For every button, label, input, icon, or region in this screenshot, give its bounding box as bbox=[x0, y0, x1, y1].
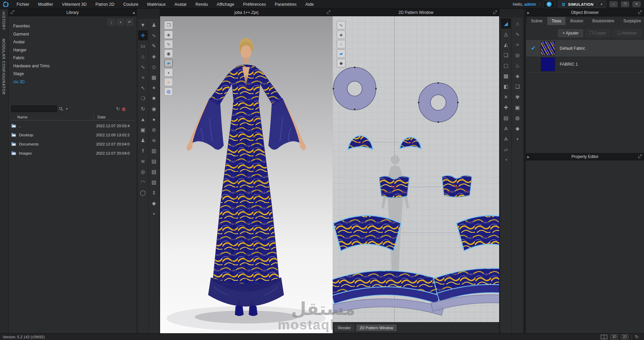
show-avatar-icon[interactable]: ◉ bbox=[164, 49, 173, 58]
avatar-walk-icon[interactable]: ♟ bbox=[150, 20, 159, 30]
pattern-up-icon[interactable]: ⇑ bbox=[138, 146, 148, 156]
library-item-hanger[interactable]: Hanger bbox=[13, 46, 110, 54]
texture-roll-icon[interactable]: ▦ bbox=[150, 72, 159, 82]
menu-pr-f-rences[interactable]: Préférences bbox=[239, 0, 270, 9]
refresh-icon[interactable]: ↻ bbox=[635, 334, 639, 339]
popout-icon[interactable] bbox=[327, 10, 331, 14]
view-2d-button[interactable]: 2D bbox=[621, 334, 628, 339]
minimize-button[interactable]: — bbox=[609, 1, 618, 7]
canvas-2d[interactable]: ∿◈i▰◆ bbox=[333, 16, 499, 322]
measure-2d-icon[interactable]: ◆ bbox=[513, 123, 522, 133]
free-sewing-icon[interactable]: ≈ bbox=[138, 72, 148, 82]
avatar-display-icon[interactable]: ● bbox=[164, 78, 173, 86]
popout-icon[interactable] bbox=[10, 10, 15, 14]
show-garment-2d-icon[interactable]: ◈ bbox=[337, 30, 346, 39]
zipper-icon[interactable]: ≑ bbox=[150, 135, 159, 145]
buttonhole-lock-icon[interactable]: ⊘ bbox=[150, 125, 159, 135]
file-row-images[interactable]: Images2022.12.07 20:04:0 bbox=[11, 149, 135, 158]
garment-seam-icon[interactable]: ∿ bbox=[150, 30, 159, 40]
file-row-[interactable]: ..2022.12.07 20:03:4 bbox=[11, 121, 135, 130]
search-icon[interactable] bbox=[59, 107, 63, 111]
menu-avatar[interactable]: Avatar bbox=[170, 0, 191, 9]
pattern-piece-bodice-left[interactable] bbox=[379, 176, 409, 198]
pattern-piece-bodice-right[interactable] bbox=[442, 176, 472, 197]
edit-curvature-icon[interactable]: ◭ bbox=[501, 40, 511, 49]
menu-modifier[interactable]: Modifier bbox=[34, 0, 58, 9]
shirt-pattern-sm-icon[interactable]: ✶ bbox=[150, 83, 159, 93]
collapse-arrow-icon[interactable]: ◀ bbox=[132, 11, 135, 15]
dart-icon[interactable]: ◧ bbox=[501, 82, 511, 91]
fabric-roll-4-icon[interactable]: ▨ bbox=[150, 177, 159, 187]
annotation-2d-icon[interactable]: ✾ bbox=[513, 92, 522, 102]
text-annotation-icon[interactable]: A bbox=[501, 123, 511, 133]
username[interactable]: admin bbox=[524, 2, 536, 7]
modular-configurator-tab[interactable]: MODULAR CONFIGURATOR bbox=[2, 39, 6, 95]
popout-icon[interactable] bbox=[638, 154, 642, 158]
menu-couture[interactable]: Couture bbox=[119, 0, 142, 9]
simulation-dropdown-arrow[interactable]: ▼ bbox=[597, 1, 606, 8]
fabric-swatch[interactable] bbox=[541, 41, 555, 55]
view-3d-button[interactable]: 3D bbox=[610, 334, 618, 339]
segment-sewing-2d-icon[interactable]: ∿ bbox=[513, 29, 522, 39]
reset-arrangement-icon[interactable]: ▣ bbox=[138, 125, 148, 135]
pattern-piece-skirt-right[interactable] bbox=[457, 216, 499, 251]
search-filter-arrow-icon[interactable]: ▼ bbox=[65, 107, 68, 111]
close-button[interactable]: ✕ bbox=[632, 1, 641, 7]
render-style-icon[interactable]: ❒ bbox=[164, 21, 173, 29]
button-icon[interactable]: ◉ bbox=[150, 104, 159, 114]
tab-surpiq-re[interactable]: Surpiqûre bbox=[619, 17, 644, 25]
library-item-garment[interactable]: Garment bbox=[13, 30, 110, 39]
flattening-icon[interactable]: ❑ bbox=[513, 82, 522, 91]
collapse-arrow-icon[interactable]: ▶ bbox=[527, 155, 530, 159]
file-row-documents[interactable]: Documents2022.12.07 20:04:0 bbox=[11, 139, 135, 149]
tab-boutonni-re[interactable]: Boutonnière bbox=[588, 17, 619, 25]
library-item-hardware-and-trims[interactable]: Hardware and Trims bbox=[13, 62, 110, 70]
zip-garment-2-icon[interactable]: ▪ bbox=[150, 209, 159, 219]
pattern-piece-waistband-right[interactable] bbox=[418, 82, 459, 123]
collapse-arrow-icon[interactable]: ▶ bbox=[527, 11, 530, 15]
pin-roll-icon[interactable]: ❍ bbox=[138, 93, 148, 103]
column-name[interactable]: Name bbox=[17, 115, 28, 119]
fold-arrangement-icon[interactable]: ↻ bbox=[138, 104, 148, 114]
sew-machine-2d-icon[interactable]: ⌂ bbox=[513, 19, 522, 28]
notch-icon[interactable]: ✕ bbox=[501, 92, 511, 102]
misc-2d-icon[interactable]: ▪ bbox=[513, 134, 522, 144]
tape-measure-icon[interactable]: ◠ bbox=[138, 177, 148, 187]
button-large-icon[interactable]: ● bbox=[150, 114, 159, 124]
pattern-label-icon[interactable]: ▣ bbox=[513, 103, 522, 112]
library-item-clo-3d[interactable]: clo 3D bbox=[13, 78, 110, 86]
popout-icon[interactable] bbox=[638, 10, 642, 14]
assign-fabric-button[interactable]: ❏ Attribuer bbox=[613, 29, 641, 37]
free-sewing-2d-icon[interactable]: ≈ bbox=[513, 40, 522, 49]
menu-v-tement-3d[interactable]: Vêtement 3D bbox=[58, 0, 91, 9]
select-box-icon[interactable]: ▭ bbox=[138, 41, 148, 51]
download-icon[interactable]: ↓ bbox=[108, 19, 115, 26]
select-move-icon[interactable]: ✛ bbox=[138, 30, 148, 40]
avatar-3d[interactable] bbox=[160, 16, 333, 333]
fabric-roll-2-icon[interactable]: ▤ bbox=[150, 156, 159, 166]
circle-tool-icon[interactable]: ◔ bbox=[501, 155, 511, 165]
seam-allowance-icon[interactable]: ✚ bbox=[501, 103, 511, 112]
pattern-info-icon[interactable]: i bbox=[337, 40, 346, 48]
back-icon[interactable]: ↶ bbox=[126, 19, 133, 26]
strengthen-icon[interactable]: ♟ bbox=[138, 135, 148, 145]
popout-icon[interactable] bbox=[493, 10, 497, 14]
sew-machine-icon[interactable]: ⌂ bbox=[138, 51, 148, 61]
pattern-piece-cuff-left[interactable] bbox=[348, 136, 373, 150]
add-item-icon[interactable]: + bbox=[117, 19, 124, 26]
fabric-swatch[interactable] bbox=[541, 57, 555, 71]
detect-sewing-icon[interactable]: ◎ bbox=[513, 50, 522, 60]
add-fabric-button[interactable]: + Ajouter bbox=[558, 29, 583, 37]
show-garment-icon[interactable]: ◈ bbox=[164, 30, 173, 39]
pattern-piece-waistband-left[interactable] bbox=[333, 67, 377, 110]
history-tab[interactable]: HISTORY bbox=[2, 12, 6, 30]
clo-cloud-button[interactable]: C bbox=[543, 1, 555, 8]
stack-fold-icon[interactable]: ◎ bbox=[138, 167, 148, 177]
text-annotation-small-icon[interactable]: A bbox=[501, 134, 511, 144]
garment-pen-icon[interactable]: ✎ bbox=[150, 41, 159, 51]
arrangement-icon[interactable]: ▲ bbox=[138, 114, 148, 124]
pattern-piece-cuff-right[interactable] bbox=[400, 137, 421, 149]
tab-bouton[interactable]: Bouton bbox=[566, 17, 587, 25]
tab-tissu[interactable]: Tissu bbox=[547, 17, 565, 25]
create-polygon-icon[interactable]: ▩ bbox=[501, 71, 511, 81]
